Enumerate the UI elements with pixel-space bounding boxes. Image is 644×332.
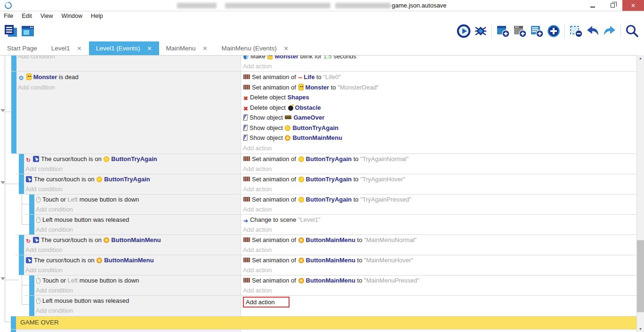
add-action-button[interactable]: Add action	[243, 143, 636, 154]
tab-mainmenu[interactable]: MainMenu✕	[159, 41, 215, 55]
action-line[interactable]: Show object ButtonMainMenu	[243, 133, 636, 143]
event-selection-bar[interactable]	[29, 275, 34, 295]
action-line[interactable]: Delete object Shapes	[243, 92, 636, 103]
gameover-icon	[285, 115, 291, 119]
condition-line[interactable]: Touch or Left mouse button is down	[36, 276, 241, 286]
add-comment-button[interactable]	[528, 23, 545, 40]
text-segment: Set animation of	[252, 277, 298, 284]
add-condition-button[interactable]: Add condition	[36, 306, 241, 316]
add-action-button[interactable]: Add action	[243, 266, 636, 275]
action-line[interactable]: Delete object Obstacle	[243, 103, 636, 113]
add-action-button[interactable]: Add action	[243, 185, 636, 194]
condition-line[interactable]: The cursor/touch is on ButtonTryAgain	[25, 154, 241, 164]
unselect-all-icon	[569, 24, 583, 38]
add-condition-button[interactable]: Add condition	[25, 266, 241, 275]
tab-close-icon[interactable]: ✕	[203, 45, 208, 52]
condition-line[interactable]: Left mouse button was released	[36, 296, 241, 306]
condition-line[interactable]: Monster is dead	[18, 72, 241, 82]
event-selection-bar[interactable]	[11, 316, 16, 329]
add-condition-button[interactable]: Add condition	[36, 286, 241, 296]
action-line[interactable]: Set animation of ButtonMainMenu to "Main…	[243, 276, 636, 286]
project-manager-button[interactable]	[2, 23, 19, 40]
add-condition-button[interactable]: Add condition	[25, 245, 241, 255]
scroll-down-icon[interactable]: ▼	[637, 327, 644, 331]
condition-line[interactable]: Left mouse button was released	[36, 215, 241, 225]
tab-level1[interactable]: Level1✕	[44, 41, 89, 55]
event-selection-bar[interactable]	[29, 214, 34, 235]
action-line[interactable]: Change to scene "Level1"	[243, 215, 636, 225]
add-action-button[interactable]: Add action	[243, 61, 636, 71]
tab-mainmenu-events[interactable]: MainMenu (Events)✕	[215, 41, 296, 55]
action-line[interactable]: Show object ButtonTryAgain	[243, 123, 636, 133]
redo-button[interactable]	[601, 23, 618, 40]
unselect-all-button[interactable]	[567, 23, 584, 40]
menu-edit[interactable]: Edit	[17, 13, 36, 19]
action-line[interactable]: Set animation of Monster to "MonsterDead…	[243, 82, 636, 93]
menu-file[interactable]: File	[0, 13, 17, 19]
comment-text[interactable]: GAME OVER	[16, 316, 636, 329]
toolbar-separator	[564, 24, 565, 38]
event-selection-bar[interactable]	[29, 194, 34, 214]
start-page-button[interactable]	[19, 23, 36, 40]
add-condition-button[interactable]: Add condition	[18, 56, 241, 61]
event-selection-bar[interactable]	[19, 154, 24, 174]
undo-button[interactable]	[584, 23, 601, 40]
add-subevent-button[interactable]	[511, 23, 528, 40]
bomb-icon	[288, 105, 293, 111]
add-action-button-highlighted[interactable]: Add action	[243, 296, 636, 306]
scroll-up-icon[interactable]: ▲	[637, 57, 644, 60]
event-selection-bar[interactable]	[19, 235, 24, 255]
scrollbar-thumb[interactable]	[637, 240, 644, 312]
tab-close-icon[interactable]: ✕	[147, 45, 152, 52]
coin-yellow-icon	[97, 177, 102, 182]
event-selection-bar[interactable]	[19, 255, 24, 275]
add-condition-button[interactable]: Add condition	[36, 205, 241, 215]
action-line[interactable]: Set animation of ButtonTryAgain to "TryA…	[243, 195, 636, 205]
add-event-button[interactable]	[494, 23, 511, 40]
condition-line[interactable]: The cursor/touch is on ButtonMainMenu	[25, 235, 241, 245]
action-line[interactable]: Set animation of ButtonMainMenu to "Main…	[243, 256, 636, 266]
action-line[interactable]: Show object GameOver	[243, 113, 636, 123]
add-other-event-button[interactable]	[545, 23, 562, 40]
condition-line[interactable]: The cursor/touch is on ButtonMainMenu	[25, 256, 241, 266]
event-selection-bar[interactable]	[11, 56, 16, 71]
add-condition-button[interactable]: Add condition	[36, 225, 241, 235]
event-selection-bar[interactable]	[11, 71, 16, 154]
restore-button[interactable]	[603, 0, 622, 11]
debug-button[interactable]	[472, 23, 489, 40]
action-line[interactable]: Set animation of ButtonTryAgain to "TryA…	[243, 154, 636, 164]
play-button[interactable]	[455, 23, 472, 40]
event-selection-bar[interactable]	[19, 174, 24, 194]
condition-line[interactable]: The cursor/touch is on ButtonTryAgain	[25, 175, 241, 185]
vertical-scrollbar[interactable]: ▲ ▼	[636, 55, 644, 332]
gdevelop-logo	[3, 0, 13, 10]
condition-line[interactable]: Touch or Left mouse button is down	[36, 195, 241, 205]
menu-window[interactable]: Window	[57, 13, 87, 19]
add-action-button[interactable]: Add action	[243, 245, 636, 255]
tab-start-page[interactable]: Start Page	[0, 41, 44, 55]
tab-close-icon[interactable]: ✕	[284, 45, 289, 52]
add-action-button[interactable]: Add action	[243, 205, 636, 215]
tab-level1-events[interactable]: Level1 (Events)✕	[89, 41, 159, 55]
add-action-label: Add action	[243, 297, 290, 308]
action-line[interactable]: Set animation of ButtonMainMenu to "Main…	[243, 235, 636, 245]
text-segment: ButtonMainMenu	[104, 257, 153, 264]
search-icon	[624, 24, 639, 39]
animation-icon	[243, 156, 250, 161]
menu-help[interactable]: Help	[87, 13, 107, 19]
action-line[interactable]: Set animation of ButtonTryAgain to "TryA…	[243, 175, 636, 185]
search-button[interactable]	[623, 23, 640, 40]
add-condition-button[interactable]: Add condition	[25, 185, 241, 194]
close-button[interactable]: ✕	[622, 0, 644, 11]
menu-view[interactable]: View	[36, 13, 57, 19]
add-condition-button[interactable]: Add condition	[18, 82, 241, 93]
action-line[interactable]: Set animation of Life to "Life0"	[243, 72, 636, 82]
add-condition-button[interactable]: Add condition	[25, 164, 241, 174]
add-action-button[interactable]: Add action	[243, 286, 636, 296]
add-action-button[interactable]: Add action	[243, 225, 636, 235]
minimize-button[interactable]	[583, 0, 603, 11]
tab-close-icon[interactable]: ✕	[77, 45, 82, 52]
action-line[interactable]: Make Monster blink for 1.5 seconds	[243, 56, 636, 61]
add-action-button[interactable]: Add action	[243, 164, 636, 174]
event-selection-bar[interactable]	[29, 295, 34, 316]
